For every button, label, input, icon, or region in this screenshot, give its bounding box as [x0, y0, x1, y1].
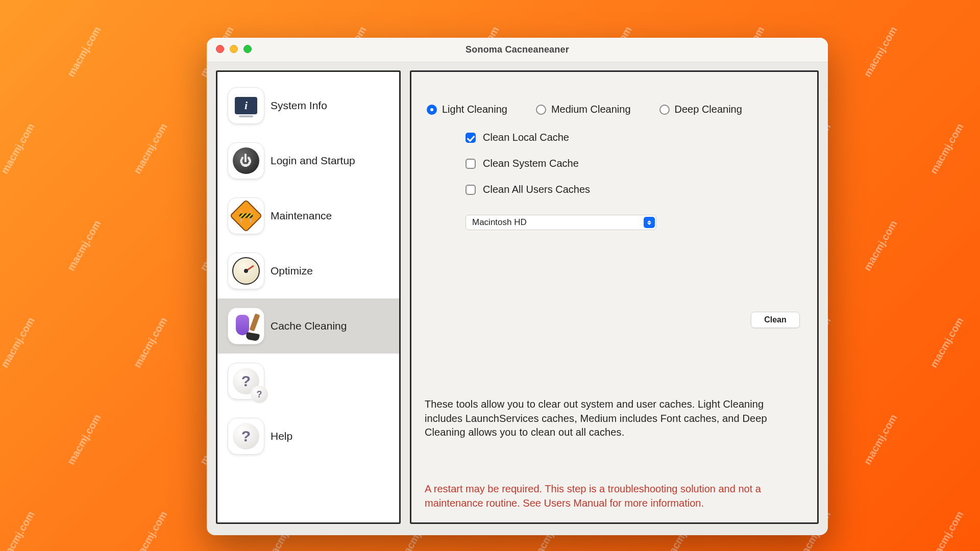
sidebar-item-cache-cleaning[interactable]: Cache Cleaning: [217, 298, 399, 354]
sidebar-item-login-startup[interactable]: ⏻ Login and Startup: [217, 133, 399, 188]
checkbox-clean-system-cache[interactable]: Clean System Cache: [465, 158, 804, 169]
minimize-icon[interactable]: [230, 45, 238, 53]
main-panel: Light Cleaning Medium Cleaning Deep Clea…: [410, 70, 819, 524]
sidebar-item-unknown[interactable]: ??: [217, 354, 399, 409]
app-window: Sonoma Cacneaneaner i System Info ⏻ Logi…: [207, 38, 828, 535]
window-titlebar[interactable]: Sonoma Cacneaneaner: [207, 38, 828, 62]
sidebar-item-optimize[interactable]: Optimize: [217, 243, 399, 298]
checkbox-label: Clean System Cache: [483, 158, 579, 169]
radio-icon: [536, 105, 546, 115]
radio-icon: [659, 105, 670, 115]
checkbox-icon: [465, 185, 476, 195]
question-icon: ?: [228, 418, 264, 455]
sidebar-item-system-info[interactable]: i System Info: [217, 78, 399, 133]
volume-select[interactable]: Macintosh HD: [465, 215, 656, 230]
checkbox-clean-all-users-caches[interactable]: Clean All Users Caches: [465, 184, 804, 195]
radio-label: Deep Cleaning: [675, 104, 742, 115]
window-controls: [216, 45, 252, 53]
checkbox-clean-local-cache[interactable]: Clean Local Cache: [465, 132, 804, 143]
cache-options-group: Clean Local Cache Clean System Cache Cle…: [465, 132, 804, 195]
sidebar-item-label: System Info: [271, 99, 393, 112]
window-content: i System Info ⏻ Login and Startup 🚧 Main…: [207, 62, 828, 535]
description-text: These tools allow you to clear out syste…: [425, 397, 804, 440]
checkbox-icon: [465, 133, 476, 143]
sidebar-item-label: Login and Startup: [271, 155, 393, 167]
radio-icon: [427, 105, 437, 115]
sidebar-item-label: Cache Cleaning: [271, 320, 393, 332]
main-inner: Light Cleaning Medium Cleaning Deep Clea…: [411, 72, 817, 522]
sidebar-item-help[interactable]: ? Help: [217, 409, 399, 464]
radio-deep-cleaning[interactable]: Deep Cleaning: [659, 104, 742, 115]
close-icon[interactable]: [216, 45, 224, 53]
checkbox-label: Clean Local Cache: [483, 132, 569, 143]
sidebar-item-label: Maintenance: [271, 210, 393, 222]
checkbox-label: Clean All Users Caches: [483, 184, 590, 195]
power-icon: ⏻: [228, 142, 264, 179]
warning-text: A restart may be required. This step is …: [425, 482, 804, 510]
maintenance-sign-icon: 🚧: [228, 197, 264, 234]
select-value: Macintosh HD: [472, 217, 527, 228]
desktop-background: macmj.commacmj.commacmj.commacmj.commacm…: [0, 0, 980, 551]
checkbox-icon: [465, 159, 476, 169]
radio-light-cleaning[interactable]: Light Cleaning: [427, 104, 507, 115]
question-icon: ??: [228, 363, 264, 399]
clean-button[interactable]: Clean: [751, 312, 800, 328]
sidebar-item-label: Optimize: [271, 265, 393, 277]
cleaning-level-group: Light Cleaning Medium Cleaning Deep Clea…: [427, 104, 804, 115]
window-title: Sonoma Cacneaneaner: [465, 44, 569, 55]
sidebar-item-label: Help: [271, 430, 393, 442]
cache-broom-icon: [228, 308, 264, 344]
radio-label: Medium Cleaning: [551, 104, 631, 115]
chevron-updown-icon: [644, 217, 655, 228]
zoom-icon[interactable]: [243, 45, 252, 53]
radio-medium-cleaning[interactable]: Medium Cleaning: [536, 104, 631, 115]
radio-label: Light Cleaning: [442, 104, 507, 115]
sidebar: i System Info ⏻ Login and Startup 🚧 Main…: [216, 70, 401, 524]
monitor-info-icon: i: [228, 87, 264, 124]
sidebar-item-maintenance[interactable]: 🚧 Maintenance: [217, 188, 399, 243]
speedometer-icon: [228, 253, 264, 289]
